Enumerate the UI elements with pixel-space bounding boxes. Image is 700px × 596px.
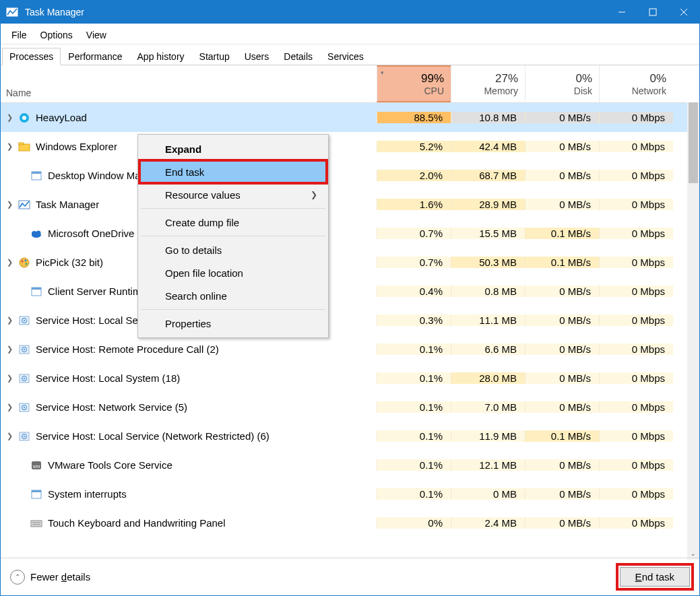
column-network[interactable]: 0% Network (599, 65, 673, 102)
cell-memory: 28.0 MB (451, 372, 525, 384)
context-end-task[interactable]: End task (139, 160, 327, 183)
cell-network: 0 Mbps (599, 517, 673, 529)
memory-total: 27% (495, 72, 518, 86)
table-row[interactable]: Touch Keyboard and Handwriting Panel0%2.… (1, 508, 699, 537)
gear-icon (18, 372, 30, 385)
tab-app-history[interactable]: App history (130, 48, 192, 65)
tab-processes[interactable]: Processes (2, 48, 61, 65)
process-name-cell: ❯Service Host: Network Service (5) (1, 401, 377, 413)
end-task-button[interactable]: End task (620, 567, 690, 587)
table-row[interactable]: ❯Service Host: Network Service (5)0.1%7.… (1, 393, 699, 422)
table-row[interactable]: Desktop Window Manager2.0%68.7 MB0 MB/s0… (1, 161, 699, 190)
context-resource-values[interactable]: Resource values ❯ (139, 183, 327, 206)
cell-cpu: 5.2% (377, 141, 451, 152)
svg-point-16 (22, 260, 24, 262)
scrollbar-thumb[interactable] (689, 102, 698, 183)
cell-memory: 28.9 MB (451, 199, 525, 210)
tab-details[interactable]: Details (276, 48, 320, 65)
table-row[interactable]: Microsoft OneDrive0.7%15.5 MB0.1 MB/s0 M… (1, 219, 699, 248)
maximize-button[interactable] (637, 1, 668, 24)
circle-blue-icon (18, 112, 30, 124)
context-search-online[interactable]: Search online (139, 284, 327, 307)
menu-file[interactable]: File (5, 28, 34, 42)
window-icon (30, 170, 42, 182)
table-row[interactable]: vmVMware Tools Core Service0.1%12.1 MB0 … (1, 451, 699, 479)
table-row[interactable]: ❯Service Host: Local Service (Network Re… (1, 422, 699, 451)
cell-memory: 0.8 MB (451, 286, 525, 297)
cell-disk: 0 MB/s (525, 372, 599, 384)
cell-cpu: 0.1% (377, 401, 451, 413)
expand-chevron-icon[interactable]: ❯ (5, 432, 14, 440)
window-icon (30, 488, 42, 500)
svg-point-6 (22, 116, 26, 120)
table-row[interactable]: ❯PicPick (32 bit)0.7%50.3 MB0.1 MB/s0 Mb… (1, 248, 699, 277)
context-create-dump[interactable]: Create dump file (139, 211, 327, 234)
close-button[interactable] (668, 1, 699, 24)
cell-cpu: 0.3% (377, 314, 451, 326)
column-memory[interactable]: 27% Memory (451, 65, 525, 102)
cell-cpu: 1.6% (377, 199, 451, 210)
context-expand[interactable]: Expand (139, 137, 327, 160)
tab-services[interactable]: Services (320, 48, 371, 65)
process-name-cell: System interrupts (1, 488, 377, 500)
table-row[interactable]: ❯Service Host: Remote Procedure Call (2)… (1, 335, 699, 364)
cell-memory: 7.0 MB (451, 401, 525, 413)
bottom-bar: ⌃ Fewer details End task (1, 558, 699, 595)
table-row[interactable]: System interrupts0.1%0 MB0 MB/s0 Mbps (1, 479, 699, 508)
expand-chevron-icon[interactable]: ❯ (5, 258, 14, 267)
table-row[interactable]: ❯Service Host: Local Service (No Network… (1, 306, 699, 335)
submenu-arrow-icon: ❯ (311, 190, 317, 199)
cell-memory: 50.3 MB (451, 257, 525, 268)
expand-chevron-icon[interactable]: ❯ (5, 374, 14, 383)
tab-performance[interactable]: Performance (61, 48, 129, 65)
process-name: Service Host: Local System (18) (36, 372, 180, 384)
table-row[interactable]: Client Server Runtime Process0.4%0.8 MB0… (1, 277, 699, 306)
process-name-cell: ❯HeavyLoad (1, 112, 377, 124)
expand-chevron-icon[interactable]: ❯ (5, 316, 14, 325)
table-row[interactable]: ❯HeavyLoad88.5%10.8 MB0 MB/s0 Mbps (1, 103, 699, 132)
cell-disk: 0.1 MB/s (525, 430, 599, 442)
menu-options[interactable]: Options (34, 28, 79, 42)
cell-network: 0 Mbps (599, 430, 673, 442)
tab-users[interactable]: Users (237, 48, 277, 65)
cell-cpu: 0.1% (377, 459, 451, 471)
svg-point-32 (24, 406, 26, 408)
vertical-scrollbar[interactable]: ⌄ (687, 102, 699, 560)
expand-chevron-icon[interactable]: ❯ (5, 113, 14, 122)
process-name: Windows Explorer (36, 141, 117, 152)
svg-rect-8 (19, 143, 24, 145)
menu-view[interactable]: View (79, 28, 113, 42)
tab-startup[interactable]: Startup (192, 48, 237, 65)
cell-memory: 6.6 MB (451, 343, 525, 355)
table-row[interactable]: ❯Task Manager1.6%28.9 MB0 MB/s0 Mbps (1, 190, 699, 219)
process-name: PicPick (32 bit) (36, 257, 103, 268)
network-total: 0% (649, 72, 666, 86)
cell-disk: 0.1 MB/s (525, 257, 599, 268)
context-go-to-details[interactable]: Go to details (139, 238, 327, 261)
keyboard-icon (30, 517, 42, 529)
cell-network: 0 Mbps (599, 228, 673, 239)
cell-memory: 11.9 MB (451, 430, 525, 442)
context-open-file-location[interactable]: Open file location (139, 261, 327, 284)
expand-chevron-icon[interactable]: ❯ (5, 345, 14, 354)
column-disk[interactable]: 0% Disk (525, 65, 599, 102)
cell-disk: 0 MB/s (525, 112, 599, 123)
context-properties[interactable]: Properties (139, 312, 327, 335)
context-menu: Expand End task Resource values ❯ Create… (137, 134, 329, 338)
table-row[interactable]: ❯Service Host: Local System (18)0.1%28.0… (1, 364, 699, 393)
column-name[interactable]: Name (1, 65, 377, 102)
expand-chevron-icon[interactable]: ❯ (5, 200, 14, 209)
fewer-details-toggle[interactable]: ⌃ Fewer details (10, 570, 90, 585)
expand-chevron-icon[interactable]: ❯ (5, 142, 14, 151)
column-cpu[interactable]: 99% CPU (377, 65, 451, 102)
cell-network: 0 Mbps (599, 401, 673, 413)
svg-rect-39 (32, 490, 41, 492)
cell-disk: 0 MB/s (525, 286, 599, 297)
cell-memory: 42.4 MB (451, 141, 525, 152)
process-name: System interrupts (48, 488, 127, 500)
menubar: File Options View (1, 24, 699, 44)
process-name-cell: ❯Service Host: Remote Procedure Call (2) (1, 343, 377, 356)
expand-chevron-icon[interactable]: ❯ (5, 403, 14, 411)
table-row[interactable]: ❯Windows Explorer5.2%42.4 MB0 MB/s0 Mbps (1, 132, 699, 161)
minimize-button[interactable] (606, 1, 637, 24)
